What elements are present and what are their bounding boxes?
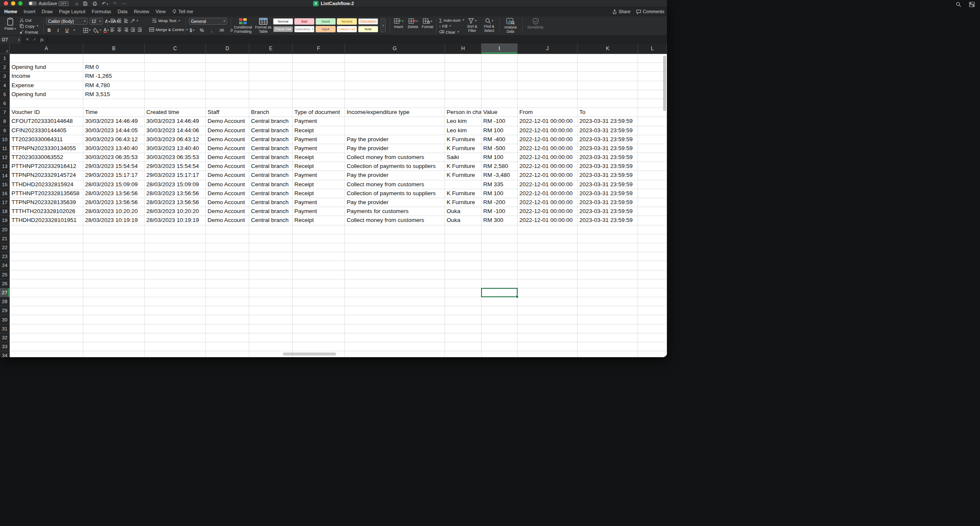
row-header-32[interactable]: 32 [0, 333, 10, 342]
cell-I23[interactable] [481, 252, 518, 261]
cell-A8[interactable]: CFOUT2023330144648 [10, 117, 83, 126]
cell-D6[interactable] [206, 99, 249, 108]
cell-A1[interactable] [10, 54, 83, 63]
cell-J33[interactable] [518, 342, 578, 351]
fill-color-button[interactable]: ▾ [93, 28, 101, 33]
cell-C21[interactable] [145, 234, 206, 243]
style-explanatory-t-[interactable]: Explanatory T... [294, 26, 314, 32]
cell-B18[interactable]: 28/03/2023 10:20:20 [83, 207, 145, 216]
style-input[interactable]: Input [316, 26, 336, 32]
cell-J23[interactable] [518, 252, 578, 261]
cell-C32[interactable] [145, 333, 206, 342]
tab-page-layout[interactable]: Page Layout [59, 9, 85, 14]
column-header-G[interactable]: G [345, 43, 445, 54]
cell-I28[interactable] [481, 297, 518, 306]
cell-B2[interactable]: RM 0 [83, 63, 145, 72]
cell-J1[interactable] [518, 54, 578, 63]
currency-format-button[interactable]: $▾ [189, 27, 195, 34]
cell-B21[interactable] [83, 234, 145, 243]
cell-I34[interactable] [481, 351, 518, 357]
cell-L26[interactable] [638, 279, 667, 288]
cell-B3[interactable]: RM -1,265 [83, 72, 145, 81]
cell-L11[interactable] [638, 144, 667, 153]
autosave-toggle[interactable] [28, 1, 37, 6]
insert-cells-button[interactable]: ▾ Insert [392, 18, 405, 29]
cell-F31[interactable] [293, 324, 345, 333]
cell-F3[interactable] [293, 72, 345, 81]
cell-E28[interactable] [249, 297, 293, 306]
cell-L21[interactable] [638, 234, 667, 243]
cell-C15[interactable]: 28/03/2023 15:09:09 [145, 180, 206, 189]
cell-A22[interactable] [10, 243, 83, 252]
cell-G20[interactable] [345, 225, 445, 234]
cell-I29[interactable] [481, 306, 518, 315]
cell-D13[interactable]: Demo Account [206, 162, 249, 171]
cell-K13[interactable]: 2023-03-31 23:59:59 [578, 162, 638, 171]
cell-C31[interactable] [145, 324, 206, 333]
search-icon[interactable] [956, 2, 961, 7]
cell-J16[interactable]: 2022-12-01 00:00:00 [518, 189, 578, 198]
cell-G24[interactable] [345, 261, 445, 270]
cell-G28[interactable] [345, 297, 445, 306]
cell-H15[interactable] [445, 180, 481, 189]
cell-C25[interactable] [145, 270, 206, 279]
cell-A29[interactable] [10, 306, 83, 315]
cell-C30[interactable] [145, 315, 206, 324]
row-header-26[interactable]: 26 [0, 279, 10, 288]
cell-C10[interactable]: 30/03/2023 06:43:12 [145, 135, 206, 144]
cell-L29[interactable] [638, 306, 667, 315]
formula-input[interactable] [48, 36, 667, 43]
cell-A3[interactable]: Income [10, 72, 83, 81]
cell-A26[interactable] [10, 279, 83, 288]
row-header-31[interactable]: 31 [0, 324, 10, 333]
close-window-button[interactable] [4, 1, 8, 6]
row-header-1[interactable]: 1 [0, 54, 10, 63]
row-header-19[interactable]: 19 [0, 216, 10, 225]
cell-G8[interactable] [345, 117, 445, 126]
redo-icon[interactable]: ↷ [113, 1, 117, 6]
row-header-27[interactable]: 27 [0, 288, 10, 297]
cell-G5[interactable] [345, 90, 445, 99]
cell-A7[interactable]: Voucher ID [10, 108, 83, 117]
minimize-window-button[interactable] [11, 1, 15, 6]
cell-G10[interactable]: Pay the provider [345, 135, 445, 144]
cell-C9[interactable]: 30/03/2023 14:44:06 [145, 126, 206, 135]
cell-A24[interactable] [10, 261, 83, 270]
cell-F23[interactable] [293, 252, 345, 261]
cell-F1[interactable] [293, 54, 345, 63]
delete-cells-button[interactable]: ▾ Delete [407, 18, 419, 29]
sort-filter-button[interactable]: ▾ Sort & Filter [464, 18, 480, 33]
cell-E19[interactable]: Central branch [249, 216, 293, 225]
analyse-data-button[interactable]: Analyse Data [502, 18, 519, 34]
cell-A21[interactable] [10, 234, 83, 243]
cell-G16[interactable]: Collection of payments to suppliers [345, 189, 445, 198]
cell-J5[interactable] [518, 90, 578, 99]
cell-K10[interactable]: 2023-03-31 23:59:59 [578, 135, 638, 144]
cell-C7[interactable]: Created time [145, 108, 206, 117]
column-header-K[interactable]: K [578, 43, 638, 54]
fill-button[interactable]: ↓Fill▾ [439, 23, 451, 29]
cell-K16[interactable]: 2023-03-31 23:59:59 [578, 189, 638, 198]
cell-E33[interactable] [249, 342, 293, 351]
cell-A34[interactable] [10, 351, 83, 357]
cell-H2[interactable] [445, 63, 481, 72]
cell-A2[interactable]: Opening fund [10, 63, 83, 72]
cell-K28[interactable] [578, 297, 638, 306]
cell-L27[interactable] [638, 288, 667, 297]
cell-K11[interactable]: 2023-03-31 23:59:59 [578, 144, 638, 153]
format-painter-button[interactable]: Format [20, 29, 38, 35]
cell-I7[interactable]: Value [481, 108, 518, 117]
cell-I24[interactable] [481, 261, 518, 270]
cell-G22[interactable] [345, 243, 445, 252]
cell-K24[interactable] [578, 261, 638, 270]
cell-I13[interactable]: RM 2,580 [481, 162, 518, 171]
cell-J9[interactable]: 2022-12-01 00:00:00 [518, 126, 578, 135]
cell-F25[interactable] [293, 270, 345, 279]
cell-B14[interactable]: 29/03/2023 15:17:17 [83, 171, 145, 180]
comments-button[interactable]: Comments [636, 9, 664, 14]
style-note[interactable]: Note [358, 26, 378, 32]
row-header-17[interactable]: 17 [0, 198, 10, 207]
cell-E27[interactable] [249, 288, 293, 297]
cell-D1[interactable] [206, 54, 249, 63]
cell-E29[interactable] [249, 306, 293, 315]
